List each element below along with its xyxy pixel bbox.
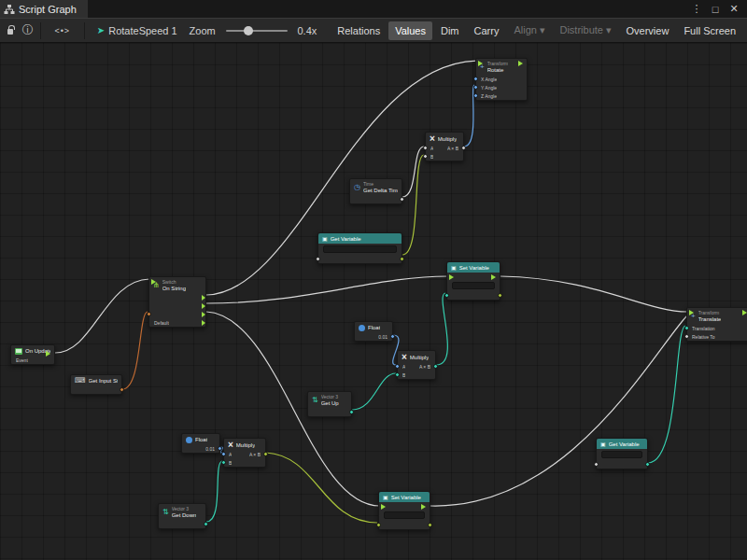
variable-field[interactable] — [452, 282, 495, 289]
variable-field[interactable] — [601, 451, 642, 458]
value-port[interactable] — [684, 326, 689, 330]
info-icon[interactable]: ⓘ — [22, 22, 34, 38]
flow-in-port[interactable] — [151, 279, 159, 285]
graph-breadcrumb[interactable]: ➤ RotateSpeed 1 — [97, 25, 177, 36]
flow-in-port[interactable] — [381, 504, 388, 510]
window-menu-icon[interactable]: ⋮ — [691, 3, 702, 15]
lock-icon[interactable] — [7, 29, 13, 35]
node-vector3-get-down[interactable]: ⇅Vector 3Get Down — [158, 503, 206, 529]
wire-get-input-to-switch[interactable] — [122, 312, 148, 389]
value-port[interactable] — [316, 257, 320, 261]
value-port[interactable] — [263, 452, 268, 456]
node-translate[interactable]: +TransformTranslateTranslationRelative T… — [686, 307, 747, 342]
value-port[interactable] — [473, 85, 478, 90]
value-port[interactable] — [498, 293, 502, 298]
variable-field[interactable] — [384, 511, 425, 519]
value-port[interactable] — [428, 523, 432, 527]
zoom-fit-icon[interactable]: <•> — [54, 26, 70, 35]
script-graph-tab[interactable]: Script Graph — [0, 0, 88, 18]
node-multiply-2[interactable]: ×MultiplyAA × BB — [397, 350, 436, 380]
dim-button[interactable]: Dim — [434, 21, 466, 40]
wire-on-update-to-switch[interactable] — [55, 279, 149, 353]
value-port[interactable] — [461, 146, 466, 150]
wire-multiply-3-to-set-variable-2[interactable] — [266, 453, 377, 523]
node-rotate[interactable]: +TransformRotateX AngleY AngleZ Angle — [475, 58, 528, 101]
flow-out-port[interactable] — [421, 504, 429, 510]
value-port[interactable] — [423, 146, 428, 150]
value-port[interactable] — [473, 77, 478, 81]
variable-icon: ▣ — [322, 236, 328, 242]
value-port[interactable] — [376, 523, 381, 527]
wire-get-variable-1-to-multiply-1[interactable] — [402, 155, 424, 255]
value-port[interactable] — [684, 334, 689, 339]
node-get-delta-time[interactable]: ◷TimeGet Delta Time — [349, 178, 402, 204]
node-set-variable-1[interactable]: ▣Set Variable — [446, 261, 500, 301]
value-port[interactable] — [390, 334, 395, 339]
graph-canvas[interactable]: On UpdateEvent⌨Get Input String⋔SwitchOn… — [0, 43, 747, 560]
wire-multiply-2-to-set-variable-1[interactable] — [436, 293, 447, 365]
node-vector3-get-up[interactable]: ⇅Vector 3Get Up — [307, 391, 352, 417]
wire-get-variable-2-to-translate[interactable] — [648, 326, 685, 463]
value-port[interactable] — [645, 462, 650, 467]
value-port[interactable] — [395, 364, 400, 369]
values-button[interactable]: Values — [388, 21, 432, 40]
node-header: ×Multiply — [426, 133, 463, 144]
variable-icon: ▣ — [600, 441, 606, 447]
value-port[interactable] — [400, 197, 404, 202]
fullscreen-button[interactable]: Full Screen — [677, 21, 742, 40]
node-get-variable-2[interactable]: ▣Get Variable — [596, 438, 648, 469]
value-port[interactable] — [433, 364, 438, 369]
node-float-2[interactable]: Float0.01 — [181, 433, 220, 454]
wire-set-variable-1-to-translate[interactable] — [500, 276, 687, 312]
relations-button[interactable]: Relations — [331, 21, 387, 40]
flow-in-port[interactable] — [689, 310, 697, 315]
variable-field[interactable] — [323, 245, 397, 253]
flow-port[interactable] — [202, 312, 208, 317]
value-port[interactable] — [147, 312, 151, 316]
flow-in-port[interactable] — [478, 61, 486, 66]
value-port[interactable] — [395, 372, 400, 377]
wire-set-variable-2-to-translate[interactable] — [430, 315, 687, 506]
gamepad-icon: ⌨ — [75, 377, 86, 385]
value-port[interactable] — [221, 452, 226, 456]
value-port[interactable] — [473, 93, 478, 98]
flow-out-port[interactable] — [518, 61, 526, 66]
node-get-variable-1[interactable]: ▣Get Variable — [317, 232, 402, 264]
node-on-update[interactable]: On UpdateEvent — [10, 344, 55, 365]
node-get-input-string[interactable]: ⌨Get Input String — [70, 374, 122, 395]
value-port[interactable] — [218, 446, 222, 451]
port-row — [71, 385, 121, 394]
value-port[interactable] — [423, 154, 428, 159]
flow-port[interactable] — [202, 320, 208, 326]
value-port[interactable] — [349, 410, 354, 414]
flow-port[interactable] — [202, 295, 208, 301]
node-title: Float — [368, 324, 380, 331]
node-float-1[interactable]: Float0.01 — [354, 321, 393, 342]
align-dropdown[interactable]: Align ▾ — [507, 21, 551, 40]
value-port[interactable] — [594, 462, 599, 467]
flow-port[interactable] — [202, 303, 208, 309]
flow-out-port[interactable] — [491, 274, 499, 280]
node-multiply-3[interactable]: ×MultiplyAA × BB — [223, 438, 266, 468]
wire-vector3-down-to-multiply-3[interactable] — [206, 461, 222, 522]
zoom-slider-handle[interactable] — [244, 26, 253, 35]
value-port[interactable] — [204, 522, 208, 526]
value-port[interactable] — [120, 387, 124, 392]
window-maximize-icon[interactable]: □ — [710, 4, 721, 15]
carry-button[interactable]: Carry — [468, 21, 506, 40]
wire-vector3-up-to-multiply-2[interactable] — [352, 373, 396, 410]
flow-in-port[interactable] — [449, 274, 457, 280]
value-port[interactable] — [221, 460, 226, 465]
distribute-dropdown[interactable]: Distribute ▾ — [553, 21, 617, 40]
node-multiply-1[interactable]: ×MultiplyAA × BB — [425, 132, 464, 161]
zoom-slider[interactable] — [226, 30, 288, 32]
wire-delta-time-to-multiply-1[interactable] — [402, 147, 424, 197]
overview-button[interactable]: Overview — [620, 21, 676, 40]
value-port[interactable] — [400, 257, 404, 261]
wire-switch-to-set-variable-1[interactable] — [206, 276, 448, 303]
flow-out-port[interactable] — [742, 310, 747, 315]
node-set-variable-2[interactable]: ▣Set Variable — [378, 491, 430, 530]
window-close-icon[interactable]: ✕ — [728, 3, 740, 15]
node-switch-on-string[interactable]: ⋔SwitchOn StringDefault — [148, 276, 206, 328]
value-port[interactable] — [444, 293, 449, 298]
